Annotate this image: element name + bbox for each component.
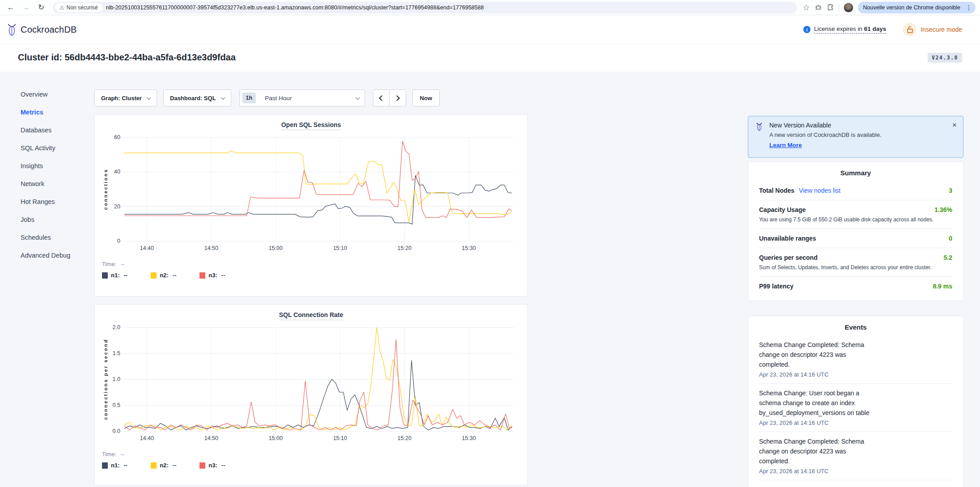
time-label: Time: <box>102 261 116 267</box>
license-status[interactable]: i License expires in 61 days <box>803 25 886 34</box>
bug-extension-icon[interactable] <box>815 4 822 11</box>
url-text: nlb-20251003125557611700000007-39574f5d3… <box>106 4 484 11</box>
legend-item-n3[interactable]: n3:-- <box>199 462 225 469</box>
insecure-mode[interactable]: Insecure mode <box>903 23 962 36</box>
brand[interactable]: CockroachDB <box>6 24 77 36</box>
time-range-badge: 1h <box>242 93 256 103</box>
time-label: Time: <box>102 451 116 457</box>
chrome-update-label: Nouvelle version de Chrome disponible <box>863 4 960 11</box>
hover-time-row: Time:-- <box>102 261 520 267</box>
sidebar-item-overview[interactable]: Overview <box>21 91 94 98</box>
profile-avatar[interactable] <box>844 3 853 13</box>
chrome-update-button[interactable]: Nouvelle version de Chrome disponible ⋮ <box>858 2 976 13</box>
time-range-label: Past Hour <box>265 95 350 102</box>
open-sql-sessions-chart[interactable]: 020406014:4014:5015:0015:1015:2015:30con… <box>102 132 520 254</box>
next-range-button[interactable] <box>390 89 406 106</box>
insecure-mode-label: Insecure mode <box>921 26 962 33</box>
time-value: -- <box>121 451 125 457</box>
graph-scope-dropdown[interactable]: Graph: Cluster <box>94 89 157 106</box>
browser-toolbar: ← → ↻ ⚠ Non sécurisé nlb-202510031255576… <box>0 0 980 15</box>
sidebar-item-hot-ranges[interactable]: Hot Ranges <box>21 199 94 205</box>
prev-range-button[interactable] <box>373 89 390 106</box>
alert-text: A new version of CockroachDB is availabl… <box>769 131 957 138</box>
address-bar[interactable]: ⚠ Non sécurisé nlb-202510031255576117000… <box>53 2 797 13</box>
forward-icon[interactable]: → <box>20 1 32 14</box>
summary-label: Unavailable ranges <box>759 235 816 242</box>
event-item[interactable]: Schema Change: User root began a schema … <box>759 384 952 432</box>
event-item[interactable]: Schema Change Completed: Schema change o… <box>759 335 952 384</box>
legend-swatch-n1 <box>102 272 108 279</box>
svg-text:40: 40 <box>114 169 120 175</box>
now-button[interactable]: Now <box>412 89 440 106</box>
security-chip[interactable]: ⚠ Non sécurisé <box>55 3 102 12</box>
sidebar-item-advanced-debug[interactable]: Advanced Debug <box>21 252 94 259</box>
summary-title: Summary <box>759 169 952 177</box>
sidebar-item-sql-activity[interactable]: SQL Activity <box>21 145 94 152</box>
open-lock-icon <box>903 23 916 36</box>
legend-item-n2[interactable]: n2:-- <box>151 272 176 279</box>
legend-item-n2[interactable]: n2:-- <box>151 462 176 469</box>
legend-swatch-n3 <box>199 272 205 279</box>
sidebar-item-metrics[interactable]: Metrics <box>21 109 94 116</box>
dashboard-label: Dashboard: SQL <box>170 95 216 102</box>
toolbar-divider <box>839 4 839 11</box>
sidebar-item-schedules[interactable]: Schedules <box>21 234 94 241</box>
summary-label: Queries per second <box>759 254 818 261</box>
svg-text:15:30: 15:30 <box>462 245 476 251</box>
metrics-toolbar: Graph: Cluster Dashboard: SQL 1h Past Ho… <box>94 89 528 106</box>
sidebar-item-jobs[interactable]: Jobs <box>21 216 94 223</box>
bookmark-star-icon[interactable]: ☆ <box>802 3 810 13</box>
event-time: Apr 23, 2026 at 14:16 UTC <box>759 419 952 426</box>
unavailable-ranges-value: 0 <box>949 235 952 242</box>
svg-text:0: 0 <box>117 238 120 244</box>
license-text: License expires in <box>814 25 864 32</box>
svg-text:0.0: 0.0 <box>113 428 120 434</box>
time-value: -- <box>121 261 125 267</box>
sidebar-item-databases[interactable]: Databases <box>21 127 94 134</box>
event-item[interactable]: Schema Change: User root began a <box>759 480 952 487</box>
dashboard-dropdown[interactable]: Dashboard: SQL <box>163 89 231 106</box>
browser-menu-icon[interactable]: ⋮ <box>964 4 974 11</box>
legend-item-n1[interactable]: n1:-- <box>102 462 127 469</box>
extensions-puzzle-icon[interactable] <box>827 4 834 11</box>
summary-card: Summary Total Nodes View nodes list 3 Ca… <box>748 161 963 301</box>
svg-text:15:00: 15:00 <box>269 435 283 441</box>
p99-latency-value: 8.9 ms <box>933 283 952 290</box>
learn-more-link[interactable]: Learn More <box>769 142 802 148</box>
legend-swatch-n2 <box>151 272 157 279</box>
app-header: CockroachDB i License expires in 61 days… <box>0 15 980 44</box>
version-badge: V24.3.8 <box>928 53 962 63</box>
svg-text:2.0: 2.0 <box>113 324 120 330</box>
sql-connection-rate-chart[interactable]: 0.00.51.01.52.014:4014:5015:0015:1015:20… <box>102 322 520 444</box>
event-time: Apr 23, 2026 at 14:16 UTC <box>759 468 952 474</box>
chart-title[interactable]: Open SQL Sessions <box>281 121 341 130</box>
time-pager <box>373 89 406 106</box>
svg-text:14:50: 14:50 <box>204 435 218 441</box>
summary-label: P99 latency <box>759 283 793 290</box>
sidebar-item-insights[interactable]: Insights <box>21 163 94 169</box>
chevron-right-icon <box>394 95 400 101</box>
hover-time-row: Time:-- <box>102 451 520 457</box>
svg-text:1.0: 1.0 <box>113 376 120 382</box>
view-nodes-list-link[interactable]: View nodes list <box>799 187 840 194</box>
cockroachdb-logo-icon <box>6 24 17 36</box>
chart-title[interactable]: SQL Connection Rate <box>279 311 344 320</box>
info-icon: i <box>803 26 810 33</box>
back-icon[interactable]: ← <box>4 1 17 14</box>
cockroachdb-logo-icon <box>755 123 763 131</box>
svg-text:20: 20 <box>114 203 120 210</box>
cluster-band: Cluster id: 56db4443-bbe2-44ba-a5fa-6d13… <box>0 44 980 72</box>
summary-row-unavailable-ranges: Unavailable ranges 0 <box>759 229 952 248</box>
event-text: Schema Change Completed: Schema change o… <box>759 436 870 466</box>
time-range-dropdown[interactable]: 1h Past Hour <box>239 89 365 106</box>
chevron-down-icon <box>147 95 151 100</box>
summary-label: Capacity Usage <box>759 206 806 213</box>
legend-item-n1[interactable]: n1:-- <box>102 272 127 279</box>
legend-item-n3[interactable]: n3:-- <box>199 272 225 279</box>
svg-text:15:00: 15:00 <box>269 245 283 251</box>
svg-text:14:40: 14:40 <box>140 435 154 441</box>
event-item[interactable]: Schema Change Completed: Schema change o… <box>759 432 952 480</box>
close-icon[interactable]: × <box>952 121 957 130</box>
reload-icon[interactable]: ↻ <box>35 1 47 14</box>
sidebar-item-network[interactable]: Network <box>21 181 94 187</box>
